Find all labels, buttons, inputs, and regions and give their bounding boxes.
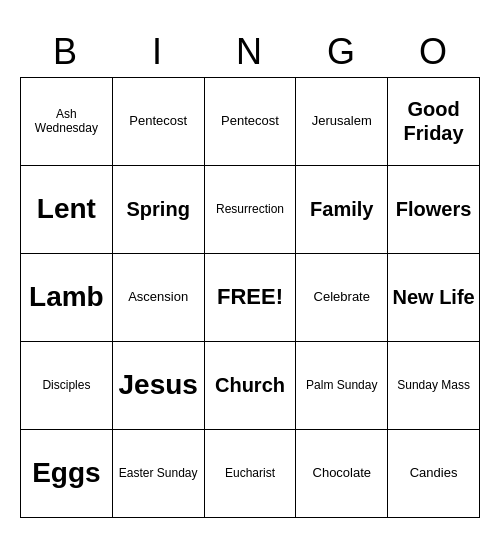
bingo-cell: Eggs: [21, 430, 113, 518]
bingo-cell: Spring: [113, 166, 205, 254]
bingo-cell: Disciples: [21, 342, 113, 430]
bingo-cell: Chocolate: [296, 430, 388, 518]
bingo-header: BINGO: [20, 27, 480, 77]
bingo-cell: Family: [296, 166, 388, 254]
header-letter: G: [296, 27, 388, 77]
bingo-cell: Eucharist: [205, 430, 297, 518]
bingo-cell: Pentecost: [113, 78, 205, 166]
bingo-cell: Palm Sunday: [296, 342, 388, 430]
bingo-cell: Easter Sunday: [113, 430, 205, 518]
bingo-cell: Sunday Mass: [388, 342, 480, 430]
header-letter: O: [388, 27, 480, 77]
bingo-cell: Ash Wednesday: [21, 78, 113, 166]
bingo-card: BINGO Ash WednesdayPentecostPentecostJer…: [20, 27, 480, 518]
header-letter: N: [204, 27, 296, 77]
bingo-cell: Church: [205, 342, 297, 430]
header-letter: B: [20, 27, 112, 77]
bingo-cell: Resurrection: [205, 166, 297, 254]
bingo-grid: Ash WednesdayPentecostPentecostJerusalem…: [20, 77, 480, 518]
bingo-cell: Lent: [21, 166, 113, 254]
bingo-cell: Jerusalem: [296, 78, 388, 166]
bingo-cell: Jesus: [113, 342, 205, 430]
bingo-cell: Lamb: [21, 254, 113, 342]
bingo-cell: Celebrate: [296, 254, 388, 342]
bingo-cell: Flowers: [388, 166, 480, 254]
bingo-cell: FREE!: [205, 254, 297, 342]
bingo-cell: Candies: [388, 430, 480, 518]
bingo-cell: New Life: [388, 254, 480, 342]
bingo-cell: Ascension: [113, 254, 205, 342]
header-letter: I: [112, 27, 204, 77]
bingo-cell: Good Friday: [388, 78, 480, 166]
bingo-cell: Pentecost: [205, 78, 297, 166]
